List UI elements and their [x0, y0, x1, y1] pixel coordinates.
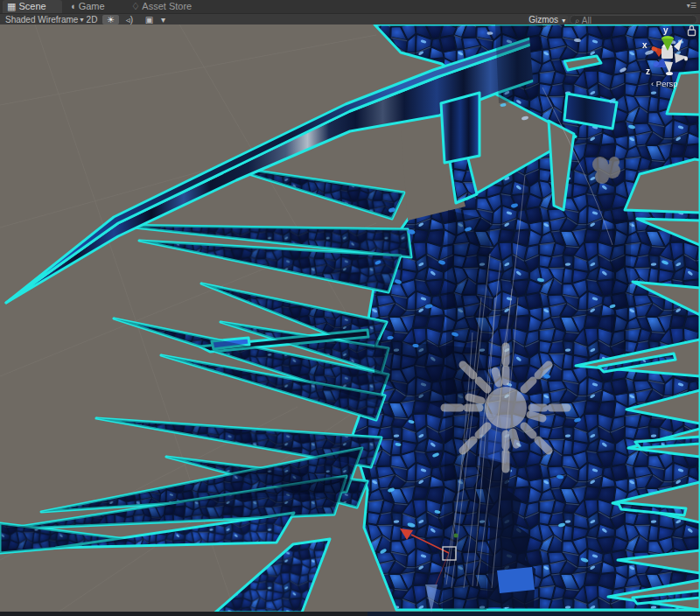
svg-text:‹ Persp: ‹ Persp	[651, 79, 678, 88]
svg-text:z: z	[646, 66, 650, 76]
svg-text:y: y	[663, 25, 668, 35]
svg-text:x: x	[642, 40, 648, 50]
